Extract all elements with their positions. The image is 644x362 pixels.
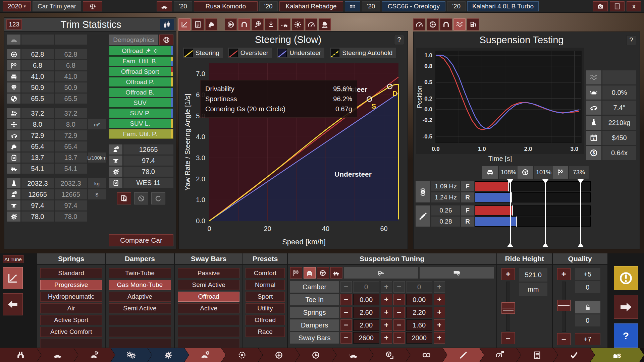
help-button[interactable]: ?: [626, 35, 636, 45]
rear-increase-button[interactable]: +: [434, 307, 445, 318]
sway-bars-option-passive[interactable]: Passive: [178, 268, 240, 278]
rear-decrease-button[interactable]: −: [393, 332, 405, 344]
demographic-item-offroad[interactable]: Offroad: [109, 46, 173, 56]
platform-icon-button[interactable]: [345, 1, 360, 11]
front-increase-button[interactable]: +: [381, 294, 392, 305]
sway-bars-option-offroad[interactable]: Offroad: [178, 292, 240, 302]
camera-button[interactable]: [593, 1, 608, 11]
sway-bars-option-active[interactable]: Active: [178, 303, 240, 313]
markets-globe-button[interactable]: [159, 35, 173, 45]
rear-increase-button[interactable]: +: [434, 294, 445, 305]
nav-tab-car-setup[interactable]: [184, 348, 226, 362]
front-decrease-button[interactable]: −: [340, 307, 352, 318]
susp-tool-brake-disc-button[interactable]: [427, 18, 439, 31]
presets-option-sport[interactable]: Sport: [246, 292, 284, 302]
tuning-tab-armchair[interactable]: [304, 267, 316, 279]
susp-tool-gauge-button[interactable]: [413, 18, 425, 31]
car-name-button[interactable]: Kalahari Rebadge: [279, 1, 343, 11]
back-button[interactable]: [3, 293, 23, 315]
fluids-button[interactable]: [160, 19, 174, 30]
front-decrease-button[interactable]: −: [340, 319, 352, 331]
nav-tab-aero[interactable]: [332, 348, 373, 362]
steering-tool-tire-grip-button[interactable]: [252, 18, 264, 31]
springs-option-active-sport[interactable]: Active Sport: [40, 315, 102, 325]
nav-tab-car-body[interactable]: [37, 348, 78, 362]
front-increase-button[interactable]: +: [381, 307, 392, 318]
front-decrease-button[interactable]: −: [340, 294, 352, 305]
quality-lock-button[interactable]: [575, 301, 600, 313]
nav-tab-brakes[interactable]: [295, 348, 336, 362]
nav-tab-approve[interactable]: [553, 348, 595, 362]
help-button[interactable]: ?: [394, 35, 404, 45]
demographic-item-offroad-sport[interactable]: Offroad Sport: [109, 67, 173, 76]
legend-item-steering[interactable]: Steering: [183, 47, 223, 59]
ride-height-decrease-button[interactable]: −: [501, 332, 515, 344]
nav-tab-engine[interactable]: [111, 348, 152, 362]
steering-tool-gauge-button[interactable]: [305, 18, 317, 31]
legend-item-steering-autohold[interactable]: Steering Autohold: [329, 47, 396, 59]
copy-trim-button[interactable]: [117, 192, 131, 204]
springs-option-hydropneumatic[interactable]: Hydropneumatic: [40, 292, 102, 302]
demographic-item-fam-util-b-[interactable]: Fam. Util. B.: [109, 56, 173, 66]
susp-tool-horseshoe-button[interactable]: [440, 18, 452, 31]
ride-height-slider[interactable]: [501, 282, 515, 331]
presets-option-comfort[interactable]: Comfort: [246, 268, 284, 278]
compare-scales-button[interactable]: [83, 1, 102, 11]
quality-increase-button[interactable]: +: [557, 268, 571, 280]
nav-tab-engine-tune[interactable]: [148, 348, 189, 362]
quality-decrease-button[interactable]: −: [557, 333, 571, 345]
steering-tool-coast-car-button[interactable]: [278, 18, 290, 31]
car-name-button[interactable]: CSC66 - Oreology: [382, 1, 445, 11]
demographic-item-suv[interactable]: SUV: [109, 98, 173, 108]
steering-tool-horseshoe-button[interactable]: [238, 18, 250, 31]
springs-option-active-comfort[interactable]: Active Comfort: [40, 327, 102, 337]
steering-tool-gearbox-h-button[interactable]: [225, 18, 237, 31]
springs-option-standard[interactable]: Standard: [40, 268, 102, 278]
trim-year-select[interactable]: 2020 ▾: [3, 1, 31, 11]
susp-tool-wave-button[interactable]: [453, 18, 466, 31]
dampers-option-gas-mono-tube[interactable]: Gas Mono-Tube: [109, 280, 171, 290]
ride-height-slider-handle[interactable]: [501, 302, 515, 314]
demographic-item-suv-p-[interactable]: SUV P.: [109, 108, 173, 118]
nav-tab-car-trim[interactable]: [74, 348, 115, 362]
nav-tab-chassis[interactable]: [221, 348, 263, 362]
demographic-item-suv-l-[interactable]: SUV L.: [109, 119, 173, 128]
nav-tab-wheels[interactable]: [258, 348, 300, 362]
tuning-tab-utility-truck[interactable]: [330, 267, 342, 279]
steering-tool-graph-curve-button[interactable]: [178, 18, 191, 31]
warning-button[interactable]: [614, 266, 638, 290]
presets-option-utility[interactable]: Utility: [246, 303, 284, 313]
legend-item-understeer[interactable]: Understeer: [277, 47, 325, 59]
ride-height-increase-button[interactable]: +: [501, 268, 515, 280]
dampers-option-semi-active[interactable]: Semi Active: [109, 303, 171, 313]
car-name-button[interactable]: Rusa Komodo: [194, 1, 258, 11]
nav-tab-factory-cost[interactable]: $: [590, 348, 644, 362]
presets-option-normal[interactable]: Normal: [246, 280, 284, 290]
tuning-tab-steering-wheel[interactable]: [317, 267, 329, 279]
springs-option-progressive[interactable]: Progressive: [40, 280, 102, 290]
steering-tool-env-cloud-button[interactable]: [205, 18, 217, 31]
demographic-item-fam-util-p-[interactable]: Fam. Util. P.: [109, 129, 173, 139]
presets-option-race[interactable]: Race: [246, 327, 284, 337]
rear-decrease-button[interactable]: −: [393, 319, 405, 331]
help-button[interactable]: ?: [614, 323, 638, 348]
close-x-button[interactable]: X: [627, 1, 641, 11]
tuning-graphs-button[interactable]: [3, 267, 23, 289]
car-model-icon-button[interactable]: [157, 1, 172, 11]
legend-item-oversteer[interactable]: Oversteer: [228, 47, 272, 59]
nav-tab-wheel-alignment[interactable]: [369, 348, 410, 362]
car-name-button[interactable]: Kalahari 4.0L B Turbo: [467, 1, 539, 11]
rear-increase-button[interactable]: +: [434, 332, 445, 344]
next-button[interactable]: [614, 295, 638, 319]
front-decrease-button[interactable]: −: [340, 332, 352, 344]
nav-tab-drivetrain[interactable]: [406, 348, 447, 362]
sway-bars-option-semi-active[interactable]: Semi Active: [178, 280, 240, 290]
steering-tool-sun-button[interactable]: [292, 18, 304, 31]
dampers-option-adaptive[interactable]: Adaptive: [109, 292, 171, 302]
rear-increase-button[interactable]: +: [434, 319, 445, 331]
front-increase-button[interactable]: +: [381, 332, 392, 344]
dampers-option-twin-tube[interactable]: Twin-Tube: [109, 268, 171, 278]
steering-tool-cloud-road-button[interactable]: [319, 18, 331, 31]
susp-tool-fuel-pump-button[interactable]: %: [467, 18, 479, 31]
front-increase-button[interactable]: +: [381, 319, 392, 331]
